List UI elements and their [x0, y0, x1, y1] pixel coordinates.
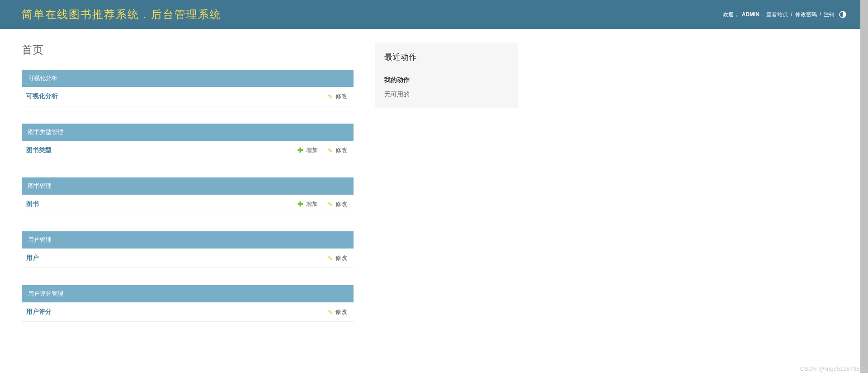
model-link[interactable]: 用户: [24, 254, 318, 262]
plus-icon: ✚: [297, 146, 303, 154]
change-label: 修改: [335, 200, 347, 208]
main-content: 首页 可视化分析可视化分析✎修改图书类型管理图书类型✚增加✎修改图书管理图书✚增…: [22, 43, 354, 339]
recent-actions-panel: 最近动作 我的动作 无可用的: [375, 43, 518, 108]
view-site-link[interactable]: 查看站点: [766, 11, 788, 19]
change-link[interactable]: ✎修改: [328, 146, 347, 154]
change-label: 修改: [335, 146, 347, 154]
username-link[interactable]: ADMIN: [742, 11, 760, 18]
change-label: 修改: [335, 92, 347, 100]
theme-toggle-icon[interactable]: [839, 11, 846, 18]
separator: /: [791, 11, 792, 18]
pencil-icon: ✎: [328, 93, 333, 100]
pencil-icon: ✎: [328, 201, 333, 208]
welcome-text: 欢迎，: [723, 11, 739, 19]
module-row: 图书✚增加✎修改: [22, 195, 354, 214]
module: 图书管理图书✚增加✎修改: [22, 177, 354, 214]
module: 用户管理用户✎修改: [22, 231, 354, 268]
module-header[interactable]: 图书管理: [22, 177, 354, 195]
site-title[interactable]: 简单在线图书推荐系统 . 后台管理系统: [22, 7, 222, 22]
model-link[interactable]: 用户评分: [24, 308, 318, 316]
change-link[interactable]: ✎修改: [328, 308, 347, 316]
pencil-icon: ✎: [328, 255, 333, 262]
model-link[interactable]: 可视化分析: [24, 92, 318, 100]
scrollbar-thumb[interactable]: [860, 0, 868, 353]
module-row: 用户评分✎修改: [22, 302, 354, 322]
dot: .: [762, 11, 764, 18]
container: 首页 可视化分析可视化分析✎修改图书类型管理图书类型✚增加✎修改图书管理图书✚增…: [0, 29, 868, 353]
logout-link[interactable]: 注销: [824, 11, 835, 19]
add-link[interactable]: ✚增加: [297, 200, 318, 208]
page-title: 首页: [22, 43, 354, 57]
module-header[interactable]: 图书类型管理: [22, 124, 354, 141]
module-row: 图书类型✚增加✎修改: [22, 141, 354, 160]
header-user-tools: 欢迎， ADMIN. 查看站点 / 修改密码 / 注销: [723, 11, 846, 19]
model-link[interactable]: 图书类型: [24, 146, 288, 154]
pencil-icon: ✎: [328, 147, 333, 154]
header: 简单在线图书推荐系统 . 后台管理系统 欢迎， ADMIN. 查看站点 / 修改…: [0, 0, 868, 29]
no-actions-text: 无可用的: [384, 91, 509, 99]
scrollbar[interactable]: [860, 0, 868, 353]
add-link[interactable]: ✚增加: [297, 146, 318, 154]
model-link[interactable]: 图书: [24, 200, 288, 208]
add-label: 增加: [306, 146, 318, 154]
module-header[interactable]: 用户管理: [22, 231, 354, 249]
change-label: 修改: [335, 308, 347, 316]
module-row: 用户✎修改: [22, 249, 354, 268]
change-label: 修改: [335, 254, 347, 262]
change-link[interactable]: ✎修改: [328, 200, 347, 208]
module-header[interactable]: 可视化分析: [22, 70, 354, 87]
module: 用户评分管理用户评分✎修改: [22, 285, 354, 322]
separator: /: [820, 11, 821, 18]
change-password-link[interactable]: 修改密码: [795, 11, 817, 19]
my-actions-title: 我的动作: [384, 76, 509, 84]
module: 可视化分析可视化分析✎修改: [22, 70, 354, 106]
module: 图书类型管理图书类型✚增加✎修改: [22, 124, 354, 160]
pencil-icon: ✎: [328, 309, 333, 316]
module-header[interactable]: 用户评分管理: [22, 285, 354, 302]
module-row: 可视化分析✎修改: [22, 87, 354, 106]
change-link[interactable]: ✎修改: [328, 92, 347, 100]
plus-icon: ✚: [297, 200, 303, 208]
add-label: 增加: [306, 200, 318, 208]
recent-actions-title: 最近动作: [384, 52, 509, 62]
change-link[interactable]: ✎修改: [328, 254, 347, 262]
